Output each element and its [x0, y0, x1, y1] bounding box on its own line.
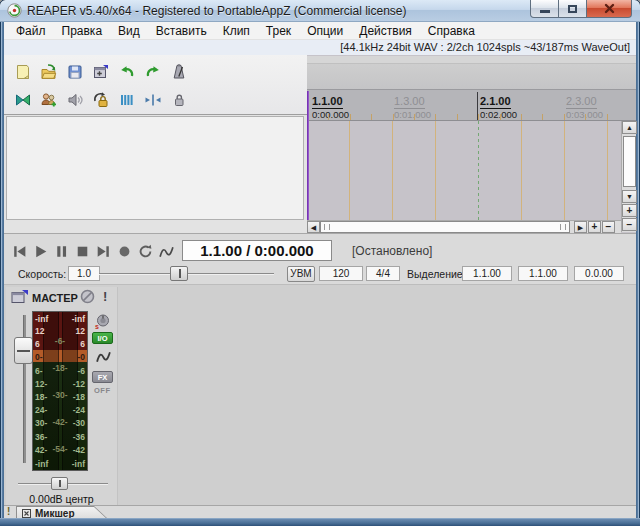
vertical-scrollbar[interactable]: ▲ ▼ + −	[621, 121, 636, 232]
mute-icon	[80, 289, 95, 304]
selection-end-field[interactable]: 1.1.00	[518, 266, 568, 281]
bpm-field[interactable]: 120	[319, 266, 363, 281]
menu-item[interactable]: Клип	[215, 23, 258, 39]
meter-inf-label: -inf	[35, 315, 48, 324]
scroll-up-button[interactable]: ▲	[622, 121, 637, 134]
vertical-scroll-thumb[interactable]	[623, 136, 636, 187]
master-fx-button[interactable]: FX	[92, 371, 113, 383]
track-control-panel[interactable]	[6, 116, 304, 220]
menu-insert[interactable]: Вставить	[148, 23, 215, 39]
undo-button[interactable]	[118, 63, 136, 81]
master-mute-button[interactable]	[66, 91, 84, 109]
pause-button[interactable]	[52, 242, 71, 260]
metronome-button[interactable]	[170, 63, 188, 81]
scroll-left-button[interactable]: ◀	[307, 221, 320, 233]
open-project-button[interactable]	[40, 63, 58, 81]
master-envelope-button[interactable]	[95, 349, 112, 370]
meter-scale-label: 24-	[35, 406, 47, 415]
docker-alert-icon[interactable]: !	[7, 506, 10, 517]
maximize-button[interactable]	[559, 0, 587, 18]
menu-view[interactable]: Вид	[110, 23, 148, 39]
open-project-icon	[40, 63, 58, 81]
go-to-end-icon	[95, 243, 112, 260]
time-signature-field[interactable]: 4/4	[366, 266, 400, 281]
item-grouping-button[interactable]	[14, 91, 32, 109]
playrate-envelope-button[interactable]	[157, 242, 176, 260]
record-button[interactable]	[115, 242, 134, 260]
window-title: REAPER v5.40/x64 - Registered to Portabl…	[27, 4, 407, 18]
minimize-button[interactable]	[530, 0, 559, 18]
stop-button[interactable]	[73, 242, 92, 260]
master-routing-icon[interactable]	[11, 290, 28, 308]
grid-line-beat	[521, 121, 522, 220]
menu-track[interactable]: Трек	[258, 23, 299, 39]
transport-position-display[interactable]: 1.1.00 / 0:00.000	[182, 240, 332, 261]
ruler-tick	[393, 114, 394, 120]
master-io-button[interactable]: I/O	[92, 332, 113, 344]
bpm-mode-button[interactable]: УВМ	[287, 266, 315, 282]
ruler-tick	[371, 114, 372, 120]
rate-value-field[interactable]: 1.0	[68, 266, 100, 281]
ruler-tick	[607, 114, 608, 120]
title-bar[interactable]: REAPER v5.40/x64 - Registered to Portabl…	[0, 0, 640, 22]
save-project-icon	[66, 63, 84, 81]
undo-icon	[118, 63, 136, 81]
master-mute-button[interactable]	[80, 289, 95, 308]
close-button[interactable]	[587, 0, 632, 18]
horizontal-scrollbar[interactable]: ◀ ▶ + −	[307, 220, 621, 233]
timeline-ruler[interactable]: 1.1.000:00.0001.3.000:01.0002.1.000:02.0…	[307, 90, 636, 121]
selection-start-field[interactable]: 1.1.00	[462, 266, 512, 281]
grid-line-beat	[607, 121, 608, 220]
menu-actions[interactable]: Действия	[351, 23, 420, 39]
window-frame-right	[636, 22, 640, 526]
master-fx-state: OFF	[94, 386, 111, 395]
vertical-zoom-out-button[interactable]: −	[622, 218, 637, 231]
scroll-right-button[interactable]: ▶	[574, 221, 587, 233]
meter-scale-label: -24	[73, 406, 85, 415]
menu-edit[interactable]: Правка	[54, 23, 111, 39]
redo-button[interactable]	[144, 63, 162, 81]
locking-button[interactable]	[92, 91, 110, 109]
lock-settings-button[interactable]	[170, 91, 188, 109]
ruler-beat-label: 2.1.00	[480, 95, 511, 109]
scroll-down-button[interactable]: ▼	[622, 190, 637, 203]
lock-settings-icon	[170, 91, 188, 109]
monitor-knob-button[interactable]: s	[94, 313, 111, 334]
menu-help[interactable]: Справка	[420, 23, 483, 39]
play-button[interactable]	[31, 242, 50, 260]
master-pan-handle[interactable]	[51, 477, 68, 490]
rate-label: Скорость:	[18, 268, 66, 280]
close-box-icon[interactable]	[22, 509, 31, 518]
ruler-mark: 2.1.000:02.000	[480, 91, 517, 120]
snap-button[interactable]	[144, 91, 162, 109]
project-bay-button[interactable]	[40, 91, 58, 109]
grid-line-beat	[564, 121, 565, 220]
rate-slider-handle[interactable]	[170, 266, 188, 281]
arrange-view[interactable]	[307, 121, 621, 220]
vertical-zoom-in-button[interactable]: +	[622, 204, 637, 217]
grid-button[interactable]	[118, 91, 136, 109]
horizontal-zoom-out-button[interactable]: −	[602, 221, 615, 233]
menu-options[interactable]: Опции	[299, 23, 351, 39]
ruler-tick	[435, 114, 436, 120]
play-icon	[32, 243, 49, 260]
meter-scale-label: 36-	[35, 433, 47, 442]
new-project-button[interactable]	[14, 63, 32, 81]
go-to-start-button[interactable]	[10, 242, 29, 260]
save-project-button[interactable]	[66, 63, 84, 81]
item-grouping-icon	[14, 91, 32, 109]
ruler-tick	[500, 114, 501, 120]
meter-scale-label: -36	[73, 433, 85, 442]
master-fader-handle[interactable]	[14, 337, 33, 364]
menu-file[interactable]: Файл	[8, 23, 54, 39]
go-to-end-button[interactable]	[94, 242, 113, 260]
toggle-repeat-button[interactable]	[136, 242, 155, 260]
master-vu-meter[interactable]: -inf-inf1260-6-12-18-24-30-36-42-126-0-6…	[32, 311, 88, 471]
ruler-tick	[542, 114, 543, 120]
master-solo-button[interactable]: !	[103, 289, 107, 304]
horizontal-scroll-thumb[interactable]	[320, 221, 570, 233]
edit-cursor[interactable]	[307, 91, 309, 220]
selection-length-field[interactable]: 0.0.00	[574, 266, 624, 281]
horizontal-zoom-in-button[interactable]: +	[588, 221, 601, 233]
project-settings-button[interactable]	[92, 63, 110, 81]
